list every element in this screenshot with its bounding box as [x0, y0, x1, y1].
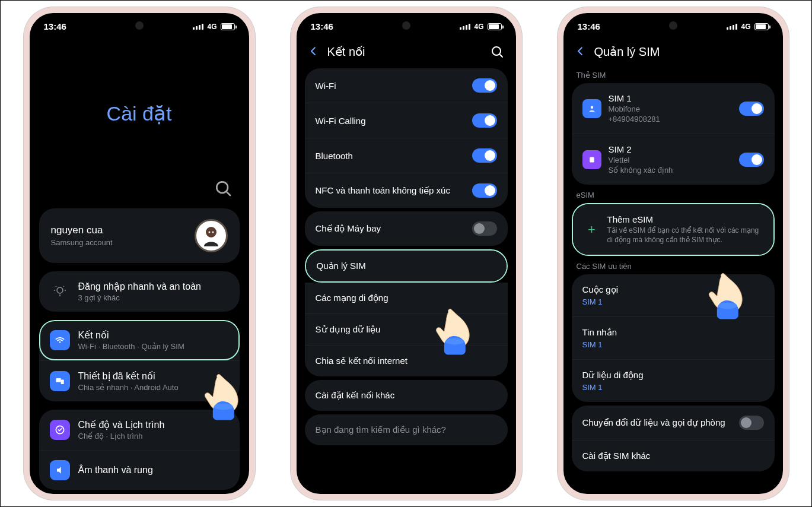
tethering-row[interactable]: Chia sẻ kết nối internet: [305, 345, 508, 376]
other-sim-label: Cài đặt SIM khác: [582, 451, 651, 461]
avatar[interactable]: [195, 219, 228, 252]
battery-icon: [754, 23, 769, 30]
wifi-toggle[interactable]: [472, 78, 497, 93]
nfc-row[interactable]: NFC và thanh toán không tiếp xúc: [305, 173, 508, 208]
sim1-toggle[interactable]: [739, 102, 764, 116]
airplane-label: Chế độ Máy bay: [316, 223, 381, 234]
data-switching-toggle[interactable]: [739, 416, 764, 430]
bluetooth-label: Bluetooth: [316, 151, 353, 161]
data-switching-label: Chuyển đổi dữ liệu và gọi dự phòng: [582, 417, 725, 428]
messages-row[interactable]: Tin nhắn SIM 1: [572, 316, 775, 359]
sim-manager-highlight: Quản lý SIM: [305, 249, 508, 283]
account-sub: Samsung account: [51, 238, 113, 247]
airplane-row[interactable]: Chế độ Máy bay: [305, 211, 508, 246]
sim-manager-label: Quản lý SIM: [317, 261, 366, 271]
airplane-toggle[interactable]: [472, 221, 497, 236]
sim2-toggle[interactable]: [739, 153, 764, 167]
camera-notch: [402, 21, 410, 30]
search-prompt-label: Bạn đang tìm kiếm điều gì khác?: [316, 424, 446, 435]
search-prompt-row[interactable]: Bạn đang tìm kiếm điều gì khác?: [305, 414, 508, 445]
svg-rect-13: [56, 378, 60, 382]
sound-icon: [50, 460, 70, 480]
signal-icon: [727, 24, 737, 30]
connected-devices-label: Thiết bị đã kết nối: [78, 370, 229, 382]
data-switching-row[interactable]: Chuyển đổi dữ liệu và gọi dự phòng: [572, 405, 775, 440]
nfc-toggle[interactable]: [472, 183, 497, 198]
modes-sub: Chế độ · Lịch trình: [78, 432, 229, 441]
wifi-label: Wi-Fi: [316, 81, 336, 91]
data-usage-row[interactable]: Sử dụng dữ liệu: [305, 313, 508, 345]
sim2-row[interactable]: SIM 2 Viettel Số không xác định: [572, 134, 775, 185]
svg-point-16: [590, 106, 593, 109]
section-esim: eSIM: [563, 185, 783, 203]
back-icon[interactable]: [575, 46, 587, 58]
wifi-calling-label: Wi-Fi Calling: [316, 116, 366, 126]
mobile-networks-row[interactable]: Các mạng di động: [305, 283, 508, 313]
tethering-label: Chia sẻ kết nối internet: [316, 356, 407, 366]
sim1-row[interactable]: SIM 1 Mobifone +84904908281: [572, 83, 775, 134]
sim-manager-row[interactable]: Quản lý SIM: [306, 251, 507, 281]
modes-icon: [50, 420, 70, 440]
sim2-carrier: Viettel: [609, 156, 673, 164]
calls-label: Cuộc gọi: [582, 284, 619, 295]
search-icon[interactable]: [214, 179, 233, 198]
svg-point-3: [206, 227, 216, 237]
sim1-number: +84904908281: [609, 115, 660, 123]
bluetooth-toggle[interactable]: [472, 148, 497, 163]
svg-point-4: [208, 232, 210, 233]
sim1-carrier: Mobifone: [609, 104, 660, 113]
calls-row[interactable]: Cuộc gọi SIM 1: [572, 274, 775, 316]
connected-devices-sub: Chia sẻ nhanh · Android Auto: [78, 383, 229, 392]
mobile-networks-label: Các mạng di động: [316, 293, 389, 303]
wifi-calling-row[interactable]: Wi-Fi Calling: [305, 103, 508, 138]
back-icon[interactable]: [308, 46, 320, 58]
sim2-number: Số không xác định: [609, 166, 673, 175]
camera-notch: [669, 21, 677, 30]
section-sim-cards: Thẻ SIM: [563, 65, 783, 83]
wifi-row[interactable]: Wi-Fi: [305, 68, 508, 103]
connections-sub: Wi-Fi · Bluetooth · Quản lý SIM: [78, 342, 229, 351]
add-esim-label: Thêm eSIM: [607, 214, 763, 224]
nfc-label: NFC và thanh toán không tiếp xúc: [316, 185, 450, 196]
status-time: 13:46: [578, 21, 600, 31]
svg-rect-17: [590, 157, 594, 162]
quick-login-row[interactable]: Đăng nhập nhanh và an toàn 3 gợi ý khác: [39, 271, 240, 312]
modes-row[interactable]: Chế độ và Lịch trình Chế độ · Lịch trình: [39, 410, 240, 450]
svg-line-11: [63, 286, 64, 287]
connections-label: Kết nối: [78, 329, 229, 341]
search-icon[interactable]: [490, 45, 504, 59]
signal-icon: [193, 24, 203, 30]
devices-icon: [50, 371, 70, 391]
bluetooth-row[interactable]: Bluetooth: [305, 138, 508, 173]
connected-devices-row[interactable]: Thiết bị đã kết nối Chia sẻ nhanh · Andr…: [39, 360, 240, 401]
account-row[interactable]: nguyen cua Samsung account: [39, 208, 240, 263]
wifi-calling-toggle[interactable]: [472, 113, 497, 128]
more-connections-row[interactable]: Cài đặt kết nối khác: [305, 380, 508, 411]
page-title: Kết nối: [327, 45, 483, 59]
lightbulb-icon: [50, 281, 70, 302]
other-sim-row[interactable]: Cài đặt SIM khác: [572, 440, 775, 471]
wifi-icon: [50, 330, 70, 350]
svg-point-6: [57, 287, 63, 293]
sim1-icon: [582, 99, 601, 118]
network-label: 4G: [474, 23, 483, 31]
sound-row[interactable]: Âm thanh và rung: [39, 450, 240, 490]
data-usage-label: Sử dụng dữ liệu: [316, 324, 381, 335]
mobile-data-label: Dữ liệu di động: [582, 370, 644, 381]
mobile-data-value: SIM 1: [582, 383, 603, 392]
sim1-label: SIM 1: [609, 93, 660, 103]
network-label: 4G: [741, 23, 750, 31]
quick-login-sub: 3 gợi ý khác: [78, 293, 229, 302]
add-esim-row[interactable]: + Thêm eSIM Tải về eSIM để bạn có thể kế…: [573, 204, 773, 255]
signal-icon: [460, 24, 470, 30]
calls-value: SIM 1: [582, 297, 603, 306]
sim2-label: SIM 2: [609, 144, 673, 154]
plus-icon: +: [584, 221, 600, 238]
account-name: nguyen cua: [51, 224, 113, 236]
mobile-data-row[interactable]: Dữ liệu di động SIM 1: [572, 359, 775, 402]
battery-icon: [488, 23, 502, 30]
phone-screen-connections: 13:46 4G Kết nối Wi-Fi Wi-Fi Calling: [291, 7, 522, 500]
phone-screen-settings: 13:46 4G Cài đặt nguyen cua Samsung acco…: [24, 7, 255, 500]
connections-row[interactable]: Kết nối Wi-Fi · Bluetooth · Quản lý SIM: [39, 320, 240, 360]
svg-point-12: [59, 341, 60, 343]
